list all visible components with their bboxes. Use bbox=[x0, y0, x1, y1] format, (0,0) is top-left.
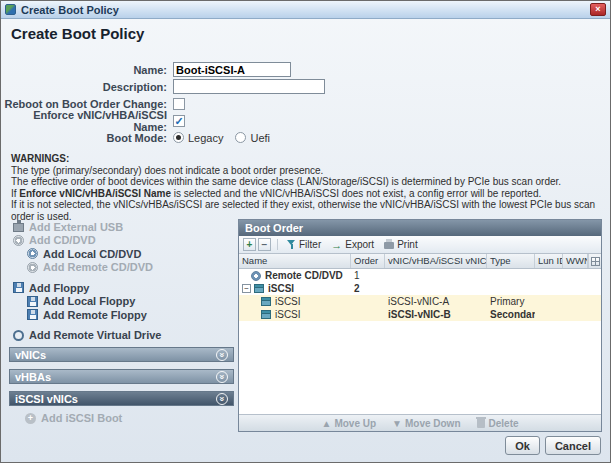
accordion-vhbas[interactable]: vHBAs » bbox=[9, 369, 234, 384]
column-header-type[interactable]: Type bbox=[487, 254, 535, 268]
print-label: Print bbox=[397, 239, 418, 250]
print-icon bbox=[384, 242, 394, 249]
toolbar-divider bbox=[277, 239, 278, 250]
row-name-label: iSCSI bbox=[275, 296, 301, 307]
tree-item-label: Add Remote Virtual Drive bbox=[29, 329, 161, 341]
name-input[interactable] bbox=[173, 62, 291, 77]
boot-mode-row: Boot Mode: Legacy Uefi bbox=[1, 129, 431, 146]
close-button[interactable]: × bbox=[590, 3, 606, 16]
export-icon: → bbox=[331, 240, 342, 250]
column-header-order[interactable]: Order bbox=[351, 254, 385, 268]
accordion-iscsi-label: iSCSI vNICs bbox=[15, 393, 78, 405]
accordion-vhbas-label: vHBAs bbox=[15, 371, 51, 383]
app-icon bbox=[5, 4, 16, 15]
column-header-vnic[interactable]: vNIC/vHBA/iSCSI vNIC bbox=[385, 254, 487, 268]
table-row-remote-cd-dvd[interactable]: Remote CD/DVD 1 bbox=[239, 269, 601, 282]
warning-line-3: If Enforce vNIC/vHBA/iSCSI Name is selec… bbox=[11, 188, 602, 200]
move-up-icon: ▲ bbox=[321, 418, 331, 429]
warning-line-3-suffix: is selected and the vNIC/vHBA/iSCSI does… bbox=[171, 188, 541, 199]
boot-order-actions: ▲ Move Up ▼ Move Down Delete bbox=[239, 414, 601, 431]
cell-name: Remote CD/DVD bbox=[239, 270, 351, 281]
export-button[interactable]: → Export bbox=[331, 239, 374, 250]
filter-button[interactable]: Filter bbox=[287, 239, 321, 250]
tree-item-add-remote-floppy[interactable]: Add Remote Floppy bbox=[13, 308, 231, 322]
move-down-icon: ▼ bbox=[392, 418, 402, 429]
enforce-checkbox[interactable]: ✓ bbox=[173, 115, 185, 127]
trash-icon bbox=[477, 419, 485, 428]
column-chooser-button[interactable] bbox=[588, 254, 601, 268]
tree-item-add-remote-virtual-drive[interactable]: Add Remote Virtual Drive bbox=[13, 329, 231, 343]
plus-icon: + bbox=[25, 413, 36, 424]
usb-icon bbox=[13, 223, 24, 232]
remove-button[interactable]: − bbox=[258, 238, 271, 251]
tree-item-add-local-floppy[interactable]: Add Local Floppy bbox=[13, 295, 231, 309]
add-iscsi-boot-label: Add iSCSI Boot bbox=[41, 412, 122, 424]
accordion-vnics[interactable]: vNICs » bbox=[9, 347, 234, 362]
table-row-iscsi-vnic-a[interactable]: iSCSI iSCSI-vNIC-A Primary bbox=[239, 295, 601, 308]
boot-order-panel: Boot Order + − Filter → Export Print Nam… bbox=[238, 219, 602, 432]
description-input[interactable] bbox=[173, 79, 325, 94]
warning-line-3-bold: Enforce vNIC/vHBA/iSCSI Name bbox=[19, 188, 171, 199]
iscsi-icon bbox=[261, 297, 271, 306]
floppy-icon bbox=[27, 296, 38, 307]
cancel-button[interactable]: Cancel bbox=[545, 436, 601, 455]
collapse-expander-icon[interactable]: − bbox=[242, 284, 251, 293]
dialog-footer: Ok Cancel bbox=[505, 436, 601, 455]
column-header-lun-id[interactable]: Lun ID bbox=[535, 254, 563, 268]
cell-type: Primary bbox=[487, 296, 535, 307]
warnings-block: WARNINGS: The type (primary/secondary) d… bbox=[11, 153, 602, 222]
cd-dvd-icon bbox=[251, 271, 261, 281]
boot-mode-radio-group: Legacy Uefi bbox=[173, 132, 282, 144]
cell-name: iSCSI bbox=[239, 309, 351, 320]
column-header-name[interactable]: Name bbox=[239, 254, 351, 268]
cell-type: Secondary bbox=[487, 309, 535, 320]
boot-mode-label: Boot Mode: bbox=[1, 132, 173, 144]
filter-icon bbox=[287, 240, 296, 250]
tree-item-label: Add Remote Floppy bbox=[43, 309, 147, 321]
tree-item-label: Add Remote CD/DVD bbox=[43, 261, 153, 273]
window-title: Create Boot Policy bbox=[21, 4, 119, 16]
move-up-button: ▲ Move Up bbox=[321, 418, 376, 429]
move-up-label: Move Up bbox=[334, 418, 376, 429]
name-row: Name: bbox=[1, 61, 431, 78]
move-down-label: Move Down bbox=[405, 418, 461, 429]
titlebar[interactable]: Create Boot Policy × bbox=[1, 1, 610, 19]
tree-item-label: Add Local CD/DVD bbox=[43, 248, 141, 260]
print-button[interactable]: Print bbox=[384, 239, 418, 250]
floppy-icon bbox=[27, 309, 38, 320]
cell-vnic: iSCSI-vNIC-B bbox=[385, 309, 487, 320]
add-button[interactable]: + bbox=[243, 238, 256, 251]
local-devices-tree: Add External USB Add CD/DVD Add Local CD… bbox=[13, 220, 231, 342]
description-row: Description: bbox=[1, 78, 431, 95]
reboot-checkbox[interactable] bbox=[173, 98, 185, 110]
boot-mode-legacy-radio[interactable] bbox=[173, 132, 184, 143]
ok-button[interactable]: Ok bbox=[505, 436, 540, 455]
iscsi-icon bbox=[254, 284, 264, 293]
cd-dvd-icon bbox=[13, 235, 24, 246]
boot-mode-uefi-label[interactable]: Uefi bbox=[250, 132, 270, 144]
move-down-button: ▼ Move Down bbox=[392, 418, 460, 429]
tree-item-add-floppy[interactable]: Add Floppy bbox=[13, 281, 231, 295]
tree-item-add-local-cd-dvd[interactable]: Add Local CD/DVD bbox=[13, 247, 231, 261]
cell-order: 1 bbox=[351, 270, 385, 281]
cd-dvd-icon bbox=[27, 262, 38, 273]
accordion-vnics-label: vNICs bbox=[15, 349, 46, 361]
tree-item-label: Add Local Floppy bbox=[43, 295, 135, 307]
chevron-down-icon: » bbox=[216, 349, 228, 361]
grid-icon bbox=[591, 257, 600, 266]
boot-order-title: Boot Order bbox=[245, 222, 303, 234]
row-name-label: Remote CD/DVD bbox=[265, 270, 343, 281]
virtual-drive-icon bbox=[13, 330, 24, 341]
accordion-iscsi-vnics[interactable]: iSCSI vNICs » bbox=[9, 391, 234, 406]
policy-form: Name: Description: Reboot on Boot Order … bbox=[1, 61, 431, 146]
boot-mode-uefi-radio[interactable] bbox=[235, 132, 246, 143]
chevron-down-icon: » bbox=[216, 393, 228, 405]
column-header-wwn[interactable]: WWN bbox=[563, 254, 588, 268]
description-label: Description: bbox=[1, 81, 173, 93]
table-row-iscsi-parent[interactable]: − iSCSI 2 bbox=[239, 282, 601, 295]
boot-mode-legacy-label[interactable]: Legacy bbox=[188, 132, 223, 144]
boot-order-toolbar: + − Filter → Export Print bbox=[239, 236, 601, 254]
table-row-iscsi-vnic-b[interactable]: iSCSI iSCSI-vNIC-B Secondary bbox=[239, 308, 601, 321]
delete-button: Delete bbox=[477, 418, 519, 429]
tree-item-label: Add CD/DVD bbox=[29, 234, 96, 246]
